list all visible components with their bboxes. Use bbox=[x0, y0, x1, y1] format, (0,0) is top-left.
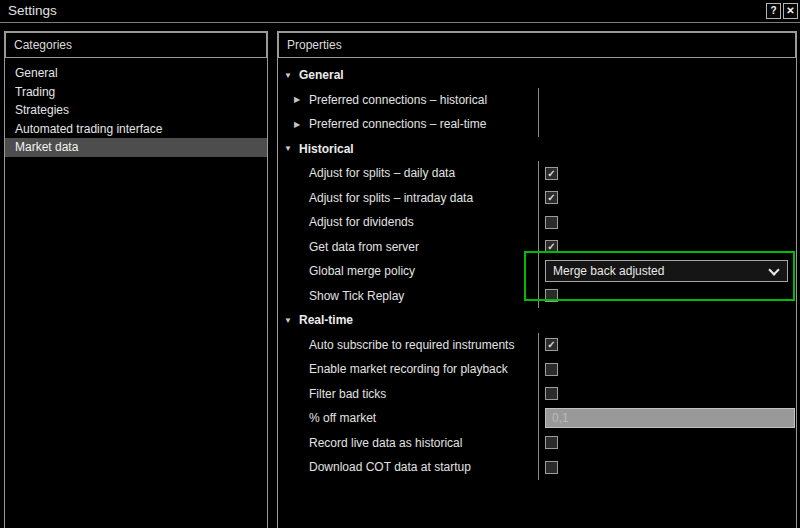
value-cell bbox=[538, 284, 795, 309]
property-section-historical[interactable]: ▼ Historical bbox=[278, 137, 796, 162]
property-label: Enable market recording for playback bbox=[309, 362, 508, 376]
property-row-enable-market-recording: Enable market recording for playback bbox=[278, 357, 796, 382]
categories-list: General Trading Strategies Automated tra… bbox=[5, 58, 267, 157]
check-icon: ✓ bbox=[547, 339, 555, 350]
properties-header: Properties bbox=[278, 32, 796, 58]
property-row-record-live-data: Record live data as historical bbox=[278, 431, 796, 456]
value-cell bbox=[538, 406, 795, 431]
help-button[interactable]: ? bbox=[766, 3, 781, 19]
collapse-triangle-icon[interactable]: ▼ bbox=[284, 316, 299, 325]
value-cell: ✓ bbox=[538, 186, 795, 211]
value-cell bbox=[538, 431, 795, 456]
property-label: Preferred connections – historical bbox=[309, 93, 487, 107]
checkbox[interactable] bbox=[545, 216, 558, 229]
expand-triangle-icon[interactable]: ▶ bbox=[294, 95, 309, 104]
categories-header: Categories bbox=[5, 32, 267, 58]
property-row-get-data-from-server: Get data from server ✓ bbox=[278, 235, 796, 260]
property-label: Show Tick Replay bbox=[309, 289, 404, 303]
check-icon: ✓ bbox=[547, 192, 555, 203]
checkbox[interactable] bbox=[545, 289, 558, 302]
property-row-percent-off-market: % off market bbox=[278, 406, 796, 431]
property-label: Auto subscribe to required instruments bbox=[309, 338, 514, 352]
checkbox[interactable] bbox=[545, 436, 558, 449]
expand-triangle-icon[interactable]: ▶ bbox=[294, 120, 309, 129]
property-row-download-cot-data: Download COT data at startup bbox=[278, 455, 796, 480]
close-button[interactable]: ✕ bbox=[783, 3, 798, 19]
global-merge-policy-dropdown[interactable]: Merge back adjusted bbox=[545, 260, 788, 282]
property-row-preferred-connections-real-time: ▶ Preferred connections – real-time bbox=[278, 112, 796, 137]
sidebar-item-general[interactable]: General bbox=[5, 64, 267, 83]
value-cell bbox=[538, 357, 795, 382]
property-row-global-merge-policy: Global merge policy Merge back adjusted bbox=[278, 259, 796, 284]
properties-panel: Properties ▼ General ▶ Preferred connect… bbox=[277, 31, 797, 528]
check-icon: ✓ bbox=[547, 168, 555, 179]
dropdown-selected-value: Merge back adjusted bbox=[553, 264, 664, 278]
chevron-down-icon bbox=[768, 265, 779, 276]
collapse-triangle-icon[interactable]: ▼ bbox=[284, 144, 299, 153]
titlebar-separator bbox=[0, 22, 800, 23]
value-cell bbox=[538, 88, 795, 113]
checkbox[interactable]: ✓ bbox=[545, 338, 558, 351]
section-label: Real-time bbox=[299, 313, 353, 327]
value-cell bbox=[538, 210, 795, 235]
value-cell: ✓ bbox=[538, 235, 795, 260]
property-row-auto-subscribe: Auto subscribe to required instruments ✓ bbox=[278, 333, 796, 358]
checkbox[interactable] bbox=[545, 461, 558, 474]
percent-off-market-input[interactable] bbox=[545, 408, 795, 428]
sidebar-item-trading[interactable]: Trading bbox=[5, 83, 267, 102]
property-row-adjust-splits-intraday: Adjust for splits – intraday data ✓ bbox=[278, 186, 796, 211]
value-cell: Merge back adjusted bbox=[538, 259, 795, 284]
value-cell: ✓ bbox=[538, 161, 795, 186]
property-label: Get data from server bbox=[309, 240, 419, 254]
property-label: Global merge policy bbox=[309, 264, 415, 278]
property-label: Preferred connections – real-time bbox=[309, 117, 486, 131]
section-label: General bbox=[299, 68, 344, 82]
checkbox[interactable] bbox=[545, 387, 558, 400]
section-label: Historical bbox=[299, 142, 354, 156]
property-label: Filter bad ticks bbox=[309, 387, 386, 401]
property-section-real-time[interactable]: ▼ Real-time bbox=[278, 308, 796, 333]
property-label: Adjust for splits – intraday data bbox=[309, 191, 473, 205]
property-section-general[interactable]: ▼ General bbox=[278, 63, 796, 88]
sidebar-item-automated-trading-interface[interactable]: Automated trading interface bbox=[5, 120, 267, 139]
property-label: % off market bbox=[309, 411, 376, 425]
value-cell bbox=[538, 112, 795, 137]
property-row-adjust-splits-daily: Adjust for splits – daily data ✓ bbox=[278, 161, 796, 186]
checkbox[interactable]: ✓ bbox=[545, 240, 558, 253]
checkbox[interactable]: ✓ bbox=[545, 191, 558, 204]
property-label: Record live data as historical bbox=[309, 436, 462, 450]
property-label: Download COT data at startup bbox=[309, 460, 471, 474]
property-row-adjust-for-dividends: Adjust for dividends bbox=[278, 210, 796, 235]
property-row-show-tick-replay: Show Tick Replay bbox=[278, 284, 796, 309]
property-row-filter-bad-ticks: Filter bad ticks bbox=[278, 382, 796, 407]
window-title: Settings bbox=[8, 3, 57, 18]
property-label: Adjust for splits – daily data bbox=[309, 166, 455, 180]
properties-grid: ▼ General ▶ Preferred connections – hist… bbox=[278, 58, 796, 480]
collapse-triangle-icon[interactable]: ▼ bbox=[284, 71, 299, 80]
value-cell: ✓ bbox=[538, 333, 795, 358]
value-cell bbox=[538, 455, 795, 480]
check-icon: ✓ bbox=[547, 241, 555, 252]
categories-panel: Categories General Trading Strategies Au… bbox=[4, 31, 268, 528]
checkbox[interactable]: ✓ bbox=[545, 167, 558, 180]
checkbox[interactable] bbox=[545, 363, 558, 376]
sidebar-item-strategies[interactable]: Strategies bbox=[5, 101, 267, 120]
titlebar: Settings ? ✕ bbox=[0, 0, 800, 22]
value-cell bbox=[538, 382, 795, 407]
sidebar-item-market-data[interactable]: Market data bbox=[5, 138, 267, 157]
property-label: Adjust for dividends bbox=[309, 215, 414, 229]
property-row-preferred-connections-historical: ▶ Preferred connections – historical bbox=[278, 88, 796, 113]
